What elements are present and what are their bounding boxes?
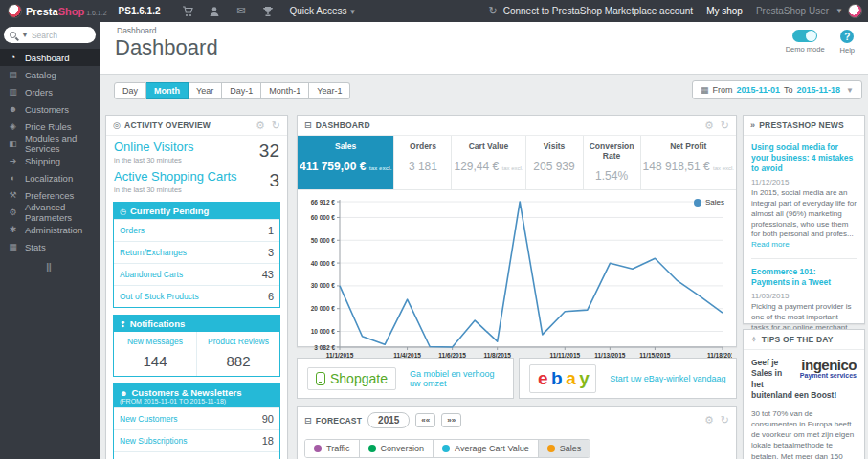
- sidebar-item-administration[interactable]: ✱Administration: [0, 221, 100, 238]
- forecast-year-input[interactable]: 2015: [367, 412, 410, 428]
- currently-pending-section-header: ◷Currently Pending: [114, 203, 279, 219]
- sidebar-item-orders[interactable]: ▥Orders: [0, 83, 100, 100]
- person-icon[interactable]: [208, 5, 220, 17]
- demo-mode-toggle[interactable]: Demo mode: [786, 30, 825, 55]
- sidebar-item-label: Preferences: [25, 190, 74, 201]
- sidebar-collapse-button[interactable]: ‖: [0, 261, 100, 274]
- range-button-month-1[interactable]: Month-1: [261, 82, 309, 99]
- new-messages-link[interactable]: New Messages: [116, 337, 194, 346]
- range-button-year[interactable]: Year: [189, 82, 222, 99]
- prestashop-logo[interactable]: PrestaShop1.6.1.2 PS1.6.1.2: [0, 4, 167, 18]
- tips-of-the-day-panel: ✧TIPS OF THE DAY ingenico Payment servic…: [743, 329, 865, 459]
- forecast-tab-sales[interactable]: Sales: [538, 440, 590, 457]
- product-reviews-link[interactable]: Product Reviews: [199, 337, 278, 346]
- range-button-day-1[interactable]: Day-1: [222, 82, 261, 99]
- svg-text:50 000 €: 50 000 €: [311, 237, 336, 244]
- sidebar-item-label: Orders: [25, 87, 53, 98]
- alert-icon: ❢: [120, 320, 126, 329]
- chart-legend[interactable]: Sales: [694, 198, 724, 207]
- big-stat-link[interactable]: Online Visitors: [114, 141, 194, 155]
- kpi-value: 205 939: [528, 160, 581, 173]
- modules-icon: ◧: [8, 139, 18, 148]
- my-shop-link[interactable]: My shop: [706, 6, 743, 16]
- previous-year-button[interactable]: ««: [415, 413, 435, 427]
- shopgate-link[interactable]: Ga mobiel en verhoog uw omzet: [410, 369, 503, 388]
- sidebar-item-customers[interactable]: ☻Customers: [0, 100, 100, 118]
- article-excerpt: In 2015, social media are an integral pa…: [751, 188, 857, 251]
- forecast-tab-traffic[interactable]: Traffic: [305, 440, 359, 457]
- ingenico-logo: ingenico Payment services: [800, 358, 857, 380]
- sidebar-search[interactable]: ▼: [4, 27, 96, 43]
- orders-link[interactable]: Orders: [120, 226, 145, 235]
- product-reviews-value: 882: [199, 353, 278, 369]
- kpi-tile-orders[interactable]: Orders3 181: [394, 136, 452, 189]
- ebay-link[interactable]: Start uw eBay-winkel vandaag: [610, 374, 725, 383]
- ebay-letter: e: [538, 368, 546, 389]
- brand-version-small: 1.6.1.2: [86, 10, 106, 16]
- kpi-tile-net-profit[interactable]: Net Profit148 918,51 € tax excl.: [641, 136, 736, 189]
- out-of-stock-products-value: 6: [268, 291, 274, 302]
- return-exchanges-link[interactable]: Return/Exchanges: [120, 248, 187, 257]
- breadcrumb[interactable]: Dashboard: [117, 26, 157, 35]
- cart-icon[interactable]: [181, 5, 193, 17]
- gear-icon[interactable]: ⚙: [704, 120, 714, 132]
- big-stat-link[interactable]: Active Shopping Carts: [114, 170, 237, 185]
- page-header: Dashboard Dashboard Demo mode ? Help: [100, 22, 868, 75]
- gear-icon[interactable]: ⚙: [256, 120, 265, 132]
- ebay-letter: a: [566, 368, 574, 389]
- date-to: 2015-11-18: [797, 85, 841, 95]
- range-button-year-1[interactable]: Year-1: [309, 82, 350, 99]
- new-subscriptions-link[interactable]: New Subscriptions: [120, 436, 187, 446]
- envelope-icon[interactable]: ✉: [234, 5, 247, 17]
- sidebar-item-advanced-parameters[interactable]: ⚙Advanced Parameters: [0, 204, 100, 221]
- new-customers-link[interactable]: New Customers: [120, 414, 177, 424]
- out-of-stock-products-link[interactable]: Out of Stock Products: [120, 292, 199, 301]
- read-more-link[interactable]: Read more: [751, 240, 790, 249]
- metric-dot-icon: [442, 445, 450, 452]
- cart-icon: ⊟: [304, 416, 312, 426]
- shipping-icon: ➔: [8, 156, 18, 165]
- gear-icon[interactable]: ⚙: [704, 414, 714, 426]
- sidebar-item-localization[interactable]: ◐Localization: [0, 169, 100, 186]
- next-year-button[interactable]: »»: [441, 413, 461, 427]
- refresh-icon[interactable]: ↻: [721, 120, 729, 132]
- shopgate-banner[interactable]: Shopgate Ga mobiel en verhoog uw omzet: [297, 358, 514, 399]
- trophy-icon[interactable]: [261, 5, 274, 17]
- abandoned-carts-link[interactable]: Abandoned Carts: [120, 270, 183, 279]
- cart-icon: ⊟: [304, 120, 312, 130]
- article-title-link[interactable]: Using social media for your business: 4 …: [751, 142, 857, 174]
- refresh-icon[interactable]: ↻: [721, 414, 729, 426]
- user-menu[interactable]: PrestaShop User▼: [756, 4, 862, 18]
- sidebar-item-catalog[interactable]: ▤Catalog: [0, 66, 100, 83]
- sidebar-item-modules-and-services[interactable]: ◧Modules and Services: [0, 135, 100, 152]
- range-button-month[interactable]: Month: [146, 82, 189, 99]
- table-row: Return/Exchanges3: [114, 241, 279, 263]
- svg-text:40 000 €: 40 000 €: [311, 260, 336, 267]
- forecast-tab-conversion[interactable]: Conversion: [359, 440, 434, 457]
- kpi-tile-visits[interactable]: Visits205 939: [526, 136, 584, 189]
- marketplace-connect-link[interactable]: ↻Connect to PrestaShop Marketplace accou…: [487, 5, 693, 17]
- help-button[interactable]: ? Help: [840, 30, 855, 55]
- search-input[interactable]: [32, 31, 84, 40]
- kpi-tile-cart-value[interactable]: Cart Value129,44 € tax excl.: [452, 136, 525, 189]
- toggle-icon[interactable]: [792, 30, 817, 42]
- sidebar-item-stats[interactable]: ▦Stats: [0, 238, 100, 255]
- kpi-label: Net Profit: [643, 142, 734, 151]
- refresh-icon[interactable]: ↻: [272, 120, 280, 132]
- sidebar: ▼ ◔Dashboard▤Catalog▥Orders☻Customers◈Pr…: [0, 22, 100, 459]
- kpi-tile-conversion-rate[interactable]: Conversion Rate1.54%: [584, 136, 641, 189]
- sidebar-item-label: Price Rules: [25, 121, 72, 132]
- article-title-link[interactable]: Ecommerce 101: Payments in a Tweet: [751, 267, 857, 288]
- forecast-tab-average-cart-value[interactable]: Average Cart Value: [433, 440, 538, 457]
- quick-access-menu[interactable]: Quick Access▼: [289, 6, 356, 16]
- sidebar-item-shipping[interactable]: ➔Shipping: [0, 152, 100, 169]
- return-exchanges-value: 3: [268, 247, 274, 258]
- range-button-day[interactable]: Day: [114, 82, 146, 99]
- sidebar-item-dashboard[interactable]: ◔Dashboard: [0, 49, 100, 66]
- metric-dot-icon: [314, 445, 322, 452]
- date-range-picker[interactable]: ▦ From2015-11-01 To2015-11-18 ▼: [692, 80, 862, 99]
- big-stat-online-visitors: Online Visitorsin the last 30 minutes32: [106, 136, 287, 165]
- kpi-tile-sales[interactable]: Sales411 759,00 € tax excl.: [298, 136, 394, 189]
- ebay-banner[interactable]: ebay Start uw eBay-winkel vandaag: [519, 358, 737, 399]
- news-article: Using social media for your business: 4 …: [751, 142, 857, 251]
